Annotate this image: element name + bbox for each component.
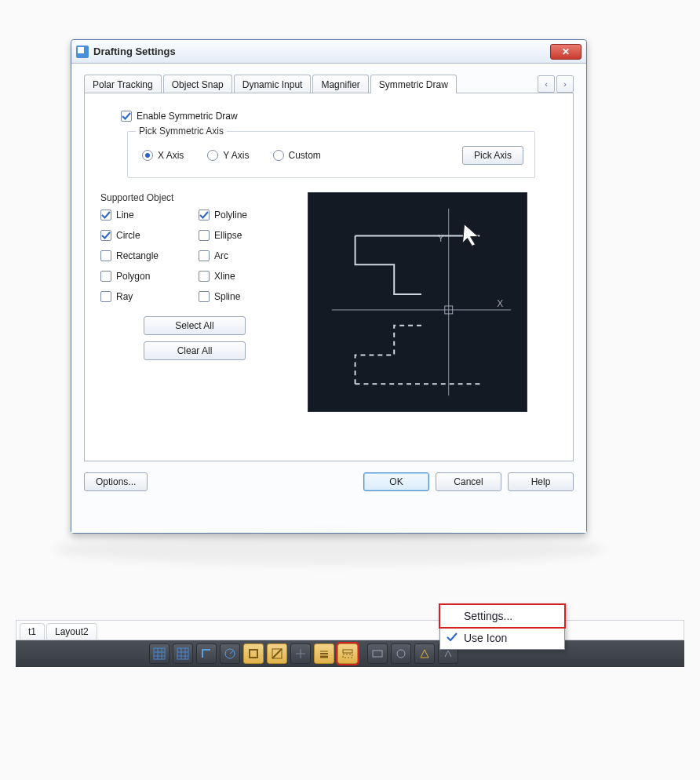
sb-lwt-icon[interactable]: [314, 643, 334, 664]
context-menu: Settings... Use Icon: [439, 604, 565, 650]
tabs-scroll: ‹ ›: [538, 75, 574, 93]
svg-rect-19: [250, 650, 257, 658]
chk-ellipse[interactable]: [199, 230, 210, 241]
layout-tabs-row: t1 Layout2: [16, 620, 684, 640]
tab-symmetric-draw[interactable]: Symmetric Draw: [370, 75, 457, 93]
sb-polar-icon[interactable]: [220, 643, 240, 664]
pick-axis-button[interactable]: Pick Axis: [462, 146, 523, 165]
cancel-button[interactable]: Cancel: [436, 472, 501, 491]
radio-x-axis[interactable]: [142, 150, 153, 161]
chk-ray[interactable]: [100, 291, 111, 302]
radio-y-axis-label: Y Axis: [223, 150, 249, 161]
check-icon: [447, 632, 458, 643]
ok-button[interactable]: OK: [363, 472, 429, 491]
layout-tab-t1[interactable]: t1: [20, 623, 45, 640]
axis-group-title: Pick Symmetric Axis: [136, 126, 227, 137]
options-button[interactable]: Options...: [84, 472, 148, 491]
supported-grid: Line Polyline Circle Ellipse Rectangle A…: [100, 210, 289, 302]
close-button[interactable]: ✕: [550, 44, 582, 60]
sb-misc3-icon[interactable]: [414, 643, 435, 664]
supported-title: Supported Object: [100, 192, 289, 203]
shadow-decoration: [55, 534, 604, 565]
radio-y-axis-wrap: Y Axis: [207, 150, 249, 161]
svg-line-18: [230, 651, 234, 654]
chk-line[interactable]: [100, 210, 111, 221]
chk-xline[interactable]: [199, 271, 210, 282]
dialog-title: Drafting Settings: [93, 46, 176, 57]
chk-arc[interactable]: [199, 250, 210, 261]
lbl-xline: Xline: [214, 271, 235, 282]
radio-custom-wrap: Custom: [273, 150, 321, 161]
sb-osnap-icon[interactable]: [243, 643, 264, 664]
chk-rectangle[interactable]: [100, 250, 111, 261]
tabs-scroll-left[interactable]: ‹: [538, 75, 555, 93]
preview-svg: X Y: [308, 193, 527, 411]
titlebar: Drafting Settings ✕: [71, 40, 586, 64]
chk-polygon[interactable]: [100, 271, 111, 282]
radio-x-axis-wrap: X Axis: [142, 150, 184, 161]
enable-row: Enable Symmetric Draw: [121, 111, 557, 122]
help-button[interactable]: Help: [508, 472, 574, 491]
sb-misc1-icon[interactable]: [367, 643, 388, 664]
svg-rect-12: [177, 648, 188, 659]
lbl-circle: Circle: [116, 230, 140, 241]
axis-group: Pick Symmetric Axis X Axis Y Axis Custom: [127, 131, 535, 178]
ctx-settings[interactable]: Settings...: [440, 605, 564, 627]
sb-symdraw-icon[interactable]: [337, 643, 358, 664]
ctx-use-icon-label: Use Icon: [464, 632, 507, 644]
sb-misc2-icon[interactable]: [391, 643, 411, 664]
chk-spline[interactable]: [199, 291, 210, 302]
svg-rect-7: [154, 648, 165, 659]
bottom-composite: Settings... Use Icon t1 Layout2: [16, 620, 684, 691]
lbl-ray: Ray: [116, 291, 133, 302]
sb-otrack-icon[interactable]: [267, 643, 287, 664]
svg-rect-29: [373, 651, 382, 657]
supported-area: Supported Object Line Polyline Circle El…: [100, 192, 557, 412]
lbl-polygon: Polygon: [116, 271, 150, 282]
tab-polar-tracking[interactable]: Polar Tracking: [84, 75, 162, 93]
sb-snap-icon[interactable]: [149, 643, 170, 664]
tab-magnifier[interactable]: Magnifier: [312, 75, 368, 93]
tab-panel-symmetric-draw: Enable Symmetric Draw Pick Symmetric Axi…: [84, 93, 574, 461]
lbl-spline: Spline: [214, 291, 240, 302]
enable-symmetric-draw-checkbox[interactable]: [121, 111, 132, 122]
sb-dyn-icon[interactable]: [290, 643, 311, 664]
clear-all-button[interactable]: Clear All: [144, 341, 246, 360]
sb-grid-icon[interactable]: [173, 643, 193, 664]
symmetric-preview: X Y: [308, 192, 527, 412]
sb-ortho-icon[interactable]: [196, 643, 217, 664]
chk-circle[interactable]: [100, 230, 111, 241]
status-bar: [16, 640, 684, 667]
enable-label: Enable Symmetric Draw: [137, 111, 238, 122]
tabs-row: Polar Tracking Object Snap Dynamic Input…: [84, 75, 574, 93]
svg-line-20: [272, 649, 282, 658]
lbl-rectangle: Rectangle: [116, 250, 159, 261]
select-all-button[interactable]: Select All: [144, 316, 246, 335]
radio-y-axis[interactable]: [207, 150, 218, 161]
tabs-scroll-right[interactable]: ›: [556, 75, 574, 93]
supported-left: Supported Object Line Polyline Circle El…: [100, 192, 289, 412]
tab-dynamic-input[interactable]: Dynamic Input: [234, 75, 312, 93]
dialog-bottom-row: Options... OK Cancel Help: [84, 472, 574, 491]
radio-x-axis-label: X Axis: [158, 150, 184, 161]
lbl-line: Line: [116, 210, 134, 221]
svg-text:X: X: [497, 298, 503, 309]
supported-buttons: Select All Clear All: [100, 316, 289, 360]
ctx-settings-label: Settings...: [464, 610, 512, 622]
drafting-settings-dialog: Drafting Settings ✕ Polar Tracking Objec…: [71, 39, 587, 534]
radio-custom-label: Custom: [289, 150, 321, 161]
statusbar-spacer: [20, 640, 146, 667]
svg-text:Y: Y: [438, 233, 444, 244]
svg-rect-27: [343, 650, 352, 653]
dialog-body: Polar Tracking Object Snap Dynamic Input…: [71, 64, 586, 533]
radio-custom[interactable]: [273, 150, 284, 161]
app-icon: [76, 46, 89, 58]
ctx-use-icon[interactable]: Use Icon: [440, 627, 564, 649]
svg-rect-28: [343, 654, 352, 658]
tab-object-snap[interactable]: Object Snap: [163, 75, 232, 93]
lbl-polyline: Polyline: [214, 210, 247, 221]
chk-polyline[interactable]: [199, 210, 210, 221]
axis-radio-row: X Axis Y Axis Custom Pick Axis: [142, 146, 523, 165]
layout-tab-layout2[interactable]: Layout2: [46, 623, 97, 640]
lbl-arc: Arc: [214, 250, 228, 261]
